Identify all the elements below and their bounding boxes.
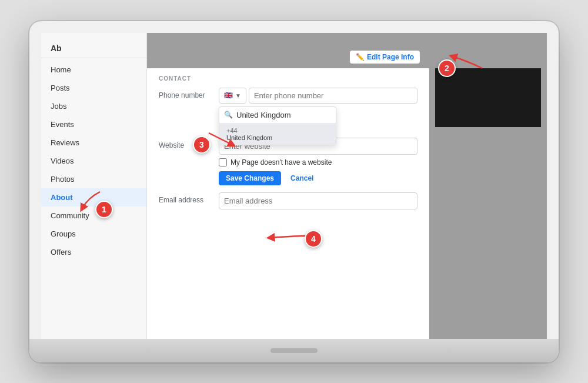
annotation-1: 1 <box>95 201 113 218</box>
search-icon: 🔍 <box>224 111 233 119</box>
sidebar-item-videos[interactable]: Videos <box>41 152 146 170</box>
flag-icon: 🇬🇧 <box>224 91 233 99</box>
sidebar-item-community[interactable]: Community <box>41 207 146 225</box>
dropdown-country-item[interactable]: +44 United Kingdom <box>219 124 336 145</box>
laptop-frame: Ab Home Posts Jobs Events Reviews Videos… <box>29 21 559 362</box>
laptop-notch <box>270 348 318 353</box>
edit-page-info-label: Edit Page Info <box>367 53 414 61</box>
sidebar-item-photos[interactable]: Photos <box>41 170 146 188</box>
country-code-text: +44 <box>226 127 329 134</box>
laptop-base <box>29 339 559 362</box>
no-website-checkbox-row: My Page doesn't have a website <box>219 158 417 166</box>
edit-page-info-button[interactable]: ✏️ Edit Page Info <box>350 51 420 64</box>
sidebar-item-reviews[interactable]: Reviews <box>41 134 146 152</box>
sidebar-item-home[interactable]: Home <box>41 61 146 79</box>
phone-input-row: 🇬🇧 ▼ 🔍 +44 <box>219 88 417 104</box>
phone-field-content: 🇬🇧 ▼ 🔍 +44 <box>219 88 417 131</box>
annotation-3: 3 <box>193 136 211 154</box>
country-dropdown: 🔍 +44 United Kingdom <box>219 106 336 145</box>
country-search-input[interactable] <box>236 111 335 119</box>
email-field-row: Email address <box>159 192 417 213</box>
sidebar-item-events[interactable]: Events <box>41 115 146 134</box>
phone-label: Phone number <box>159 88 212 99</box>
screen: Ab Home Posts Jobs Events Reviews Videos… <box>41 33 547 339</box>
phone-text-input[interactable] <box>249 88 417 104</box>
sidebar-item-about[interactable]: About <box>41 188 146 207</box>
sidebar-item-jobs[interactable]: Jobs <box>41 97 146 115</box>
email-label: Email address <box>159 192 212 204</box>
no-website-label: My Page doesn't have a website <box>230 158 332 166</box>
contact-section: CONTACT Phone number 🇬🇧 ▼ <box>147 68 429 227</box>
annotation-4: 4 <box>305 230 322 248</box>
chevron-down-icon: ▼ <box>235 92 241 99</box>
website-cancel-button[interactable]: Cancel <box>286 171 318 185</box>
dropdown-search-row: 🔍 <box>219 107 336 124</box>
sidebar-item-posts[interactable]: Posts <box>41 79 146 97</box>
page-title-abbrev: Ab <box>41 39 146 55</box>
email-field-content <box>219 192 417 213</box>
annotation-2: 2 <box>438 59 456 77</box>
country-name-text: United Kingdom <box>226 134 329 141</box>
phone-field-row: Phone number 🇬🇧 ▼ 🔍 <box>159 88 417 131</box>
main-content: ✏️ Edit Page Info CONTACT Phone number 🇬… <box>147 33 429 339</box>
pencil-icon: ✏️ <box>356 53 365 61</box>
contact-section-label: CONTACT <box>159 75 417 82</box>
sidebar-item-groups[interactable]: Groups <box>41 225 146 243</box>
country-code-button[interactable]: 🇬🇧 ▼ <box>219 88 246 104</box>
dark-box <box>435 68 541 127</box>
email-input[interactable] <box>219 192 417 209</box>
right-panel <box>429 33 547 339</box>
no-website-checkbox[interactable] <box>219 158 227 166</box>
website-btn-row: Save Changes Cancel <box>219 171 417 185</box>
divider <box>41 58 146 58</box>
website-save-button[interactable]: Save Changes <box>219 171 281 185</box>
sidebar-item-offers[interactable]: Offers <box>41 243 146 261</box>
page-header: ✏️ Edit Page Info <box>147 33 429 68</box>
sidebar: Ab Home Posts Jobs Events Reviews Videos… <box>41 33 147 339</box>
